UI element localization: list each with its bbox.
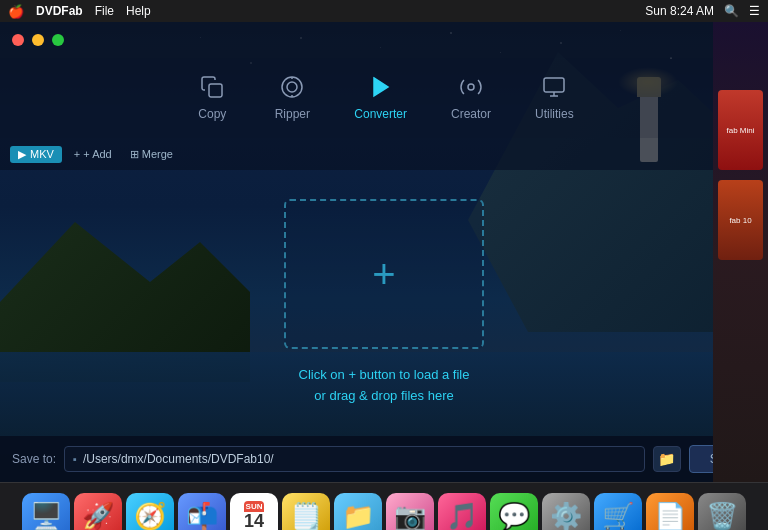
panel-item-mini[interactable]: fab Mini (718, 90, 763, 170)
dock-finder[interactable]: 🖥️ (22, 493, 70, 531)
nav-copy[interactable]: Copy (172, 67, 252, 129)
nav-ripper[interactable]: Ripper (252, 67, 332, 129)
svg-rect-0 (209, 84, 222, 97)
dock-trash[interactable]: 🗑️ (698, 493, 746, 531)
merge-button[interactable]: ⊞ Merge (124, 146, 179, 163)
ripper-icon (280, 75, 304, 103)
creator-label: Creator (451, 107, 491, 121)
close-button[interactable] (12, 34, 24, 46)
save-to-label: Save to: (12, 452, 56, 466)
dock-files[interactable]: 📁 (334, 493, 382, 531)
maximize-button[interactable] (52, 34, 64, 46)
dock-calendar[interactable]: SUN 14 (230, 493, 278, 531)
dock-photos[interactable]: 📷 (386, 493, 434, 531)
dock-notes[interactable]: 🗒️ (282, 493, 330, 531)
app-name[interactable]: DVDFab (36, 4, 83, 18)
menubar-right: Sun 8:24 AM 🔍 ☰ (645, 4, 760, 18)
bottom-bar: Save to: ▪ /Users/dmx/Documents/DVDFab10… (0, 436, 768, 482)
merge-icon: ⊞ (130, 148, 139, 161)
converter-label: Converter (354, 107, 407, 121)
add-label: + Add (83, 148, 111, 160)
merge-label: Merge (142, 148, 173, 160)
path-input[interactable]: ▪ /Users/dmx/Documents/DVDFab10/ (64, 446, 645, 472)
menubar-time: Sun 8:24 AM (645, 4, 714, 18)
minimize-button[interactable] (32, 34, 44, 46)
panel-10-label: fab 10 (727, 214, 753, 227)
main-content: + Click on + button to load a file or dr… (0, 170, 768, 436)
utilities-label: Utilities (535, 107, 574, 121)
drop-zone-plus-icon: + (372, 254, 395, 294)
dock-messages[interactable]: 💬 (490, 493, 538, 531)
right-panel-peek: fab Mini fab 10 (713, 22, 768, 482)
nav-converter[interactable]: Converter (332, 67, 429, 129)
apple-menu[interactable]: 🍎 (8, 4, 24, 19)
dock-safari[interactable]: 🧭 (126, 493, 174, 531)
app-window: fab Mini fab 10 Copy (0, 22, 768, 482)
copy-label: Copy (198, 107, 226, 121)
dock-music[interactable]: 🎵 (438, 493, 486, 531)
menu-file[interactable]: File (95, 4, 114, 18)
menubar-search-icon[interactable]: 🔍 (724, 4, 739, 18)
menu-help[interactable]: Help (126, 4, 151, 18)
copy-icon (200, 75, 224, 103)
add-plus-icon: + (74, 148, 80, 160)
svg-rect-7 (544, 78, 564, 92)
app-header: Copy Ripper Converter (0, 58, 768, 138)
panel-mini-label: fab Mini (724, 124, 756, 137)
path-folder-icon: ▪ (73, 453, 77, 465)
svg-marker-5 (374, 78, 388, 96)
svg-point-1 (287, 82, 297, 92)
creator-icon (459, 75, 483, 103)
browse-folder-button[interactable]: 📁 (653, 446, 681, 472)
dock-mail[interactable]: 📬 (178, 493, 226, 531)
format-label: MKV (30, 148, 54, 160)
dock: 🖥️ 🚀 🧭 📬 SUN 14 🗒️ 📁 📷 🎵 💬 ⚙️ 🛒 📄 🗑️ (0, 482, 768, 530)
add-button[interactable]: + + Add (68, 146, 118, 162)
svg-point-2 (282, 77, 302, 97)
title-bar (0, 22, 768, 58)
format-badge[interactable]: ▶ MKV (10, 146, 62, 163)
drop-hint-line1: Click on + button to load a file (299, 365, 470, 386)
drop-zone[interactable]: + (284, 199, 484, 349)
format-arrow-icon: ▶ (18, 148, 26, 161)
panel-item-10[interactable]: fab 10 (718, 180, 763, 260)
path-value: /Users/dmx/Documents/DVDFab10/ (83, 452, 274, 466)
dock-appstore[interactable]: 🛒 (594, 493, 642, 531)
svg-point-6 (468, 84, 474, 90)
utilities-icon (542, 75, 566, 103)
dock-pages[interactable]: 📄 (646, 493, 694, 531)
drop-hint-line2: or drag & drop files here (299, 386, 470, 407)
dock-settings[interactable]: ⚙️ (542, 493, 590, 531)
menubar-menu-icon[interactable]: ☰ (749, 4, 760, 18)
dock-launchpad[interactable]: 🚀 (74, 493, 122, 531)
converter-icon (369, 75, 393, 103)
folder-icon: 📁 (658, 451, 675, 467)
nav-utilities[interactable]: Utilities (513, 67, 596, 129)
drop-zone-hint: Click on + button to load a file or drag… (299, 365, 470, 407)
ripper-label: Ripper (275, 107, 310, 121)
menu-bar: 🍎 DVDFab File Help Sun 8:24 AM 🔍 ☰ (0, 0, 768, 22)
secondary-toolbar: ▶ MKV + + Add ⊞ Merge ≡ (0, 138, 768, 170)
nav-creator[interactable]: Creator (429, 67, 513, 129)
